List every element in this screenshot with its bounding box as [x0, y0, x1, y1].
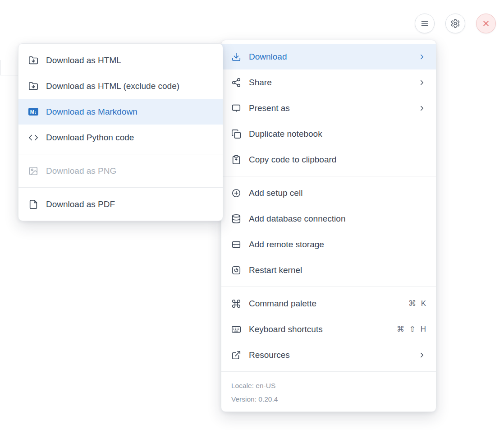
menu-item-label: Keyboard shortcuts: [249, 324, 323, 334]
menu-button[interactable]: [415, 14, 435, 33]
menu-item-label: Share: [249, 78, 272, 88]
menu-item-label: Download as PNG: [46, 166, 116, 176]
close-icon: [481, 19, 490, 28]
download-submenu-panel: Download as HTML Download as HTML (exclu…: [18, 43, 223, 221]
menu-item-download-as-html-exclude-code[interactable]: Download as HTML (exclude code): [18, 73, 223, 99]
plus-circle-icon: [231, 188, 241, 198]
notebook-menu-panel: Download Share Present as Duplicate note…: [221, 40, 436, 412]
menu-item-add-remote-storage[interactable]: Add remote storage: [221, 231, 436, 257]
image-icon: [28, 166, 38, 176]
menu-divider: [221, 176, 436, 176]
menu-item-label: Download as HTML (exclude code): [46, 81, 179, 91]
menu-item-restart-kernel[interactable]: Restart kernel: [221, 257, 436, 283]
menu-item-download[interactable]: Download: [221, 44, 436, 69]
menu-item-download-as-markdown[interactable]: M↓ Download as Markdown: [18, 99, 223, 125]
menu-item-label: Download as PDF: [46, 199, 115, 209]
shortcut-label: ⌘ ⇧ H: [397, 324, 426, 334]
duplicate-icon: [231, 129, 241, 139]
file-icon: [28, 199, 38, 209]
folder-down-icon: [28, 56, 38, 65]
menu-divider: [18, 187, 223, 188]
markdown-badge: M↓: [28, 108, 38, 116]
menu-item-label: Add database connection: [249, 214, 345, 224]
chevron-right-icon: [418, 79, 426, 87]
code-icon: [28, 133, 38, 143]
menu-item-label: Copy code to clipboard: [249, 155, 336, 165]
menu-item-share[interactable]: Share: [221, 69, 436, 95]
menu-item-label: Present as: [249, 103, 290, 113]
power-icon: [231, 265, 241, 275]
chevron-right-icon: [418, 104, 426, 112]
menu-item-label: Duplicate notebook: [249, 129, 322, 139]
menu-item-present-as[interactable]: Present as: [221, 95, 436, 121]
hamburger-icon: [420, 18, 430, 28]
menu-item-duplicate-notebook[interactable]: Duplicate notebook: [221, 121, 436, 147]
menu-item-resources[interactable]: Resources: [221, 342, 436, 368]
external-link-icon: [231, 350, 241, 360]
menu-item-label: Download as Markdown: [46, 107, 137, 117]
menu-item-label: Download: [249, 52, 287, 62]
menu-item-copy-code[interactable]: Copy code to clipboard: [221, 147, 436, 172]
menu-divider: [221, 371, 436, 372]
shortcut-label: ⌘ K: [408, 299, 426, 308]
menu-item-label: Download as HTML: [46, 56, 121, 65]
download-icon: [231, 52, 241, 62]
menu-item-label: Download Python code: [46, 133, 134, 143]
menu-item-keyboard-shortcuts[interactable]: Keyboard shortcuts ⌘ ⇧ H: [221, 316, 436, 342]
menu-item-label: Command palette: [249, 299, 316, 309]
markdown-icon: M↓: [28, 107, 38, 117]
folder-down-icon: [28, 81, 38, 91]
menu-item-download-python-code[interactable]: Download Python code: [18, 125, 223, 150]
command-icon: [231, 299, 241, 309]
share-icon: [231, 78, 241, 88]
settings-button[interactable]: [445, 14, 465, 33]
locale-text: Locale: en-US: [231, 379, 426, 393]
menu-item-label: Restart kernel: [249, 265, 302, 275]
keyboard-icon: [231, 324, 241, 334]
clipboard-copy-icon: [231, 155, 241, 165]
menu-item-label: Add setup cell: [249, 188, 302, 198]
menu-item-label: Add remote storage: [249, 240, 324, 250]
menu-item-download-as-pdf[interactable]: Download as PDF: [18, 191, 223, 217]
menu-item-add-setup-cell[interactable]: Add setup cell: [221, 180, 436, 206]
close-button[interactable]: [476, 14, 496, 33]
menu-item-label: Resources: [249, 350, 290, 360]
menu-divider: [221, 287, 436, 287]
presentation-icon: [231, 103, 241, 113]
menu-item-command-palette[interactable]: Command palette ⌘ K: [221, 291, 436, 316]
menu-item-add-database-connection[interactable]: Add database connection: [221, 206, 436, 231]
menu-item-download-as-png: Download as PNG: [18, 158, 223, 184]
version-text: Version: 0.20.4: [231, 393, 426, 406]
gear-icon: [450, 18, 460, 28]
database-icon: [231, 214, 241, 224]
hard-drive-icon: [231, 240, 241, 250]
menu-divider: [18, 154, 223, 154]
chevron-right-icon: [418, 351, 426, 359]
menu-footer: Locale: en-US Version: 0.20.4: [221, 375, 436, 408]
menu-item-download-as-html[interactable]: Download as HTML: [18, 47, 223, 73]
chevron-right-icon: [418, 53, 426, 61]
page-edge-line: [0, 60, 19, 75]
